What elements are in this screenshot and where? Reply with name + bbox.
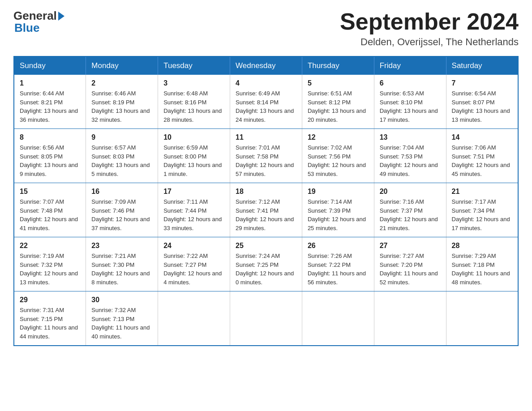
day-number: 3 — [163, 79, 224, 87]
day-number: 10 — [163, 133, 224, 141]
calendar-cell: 17 Sunrise: 7:11 AM Sunset: 7:44 PM Dayl… — [158, 183, 230, 237]
calendar-cell: 5 Sunrise: 6:51 AM Sunset: 8:12 PM Dayli… — [302, 75, 374, 129]
calendar-cell: 4 Sunrise: 6:49 AM Sunset: 8:14 PM Dayli… — [230, 75, 302, 129]
calendar-cell: 21 Sunrise: 7:17 AM Sunset: 7:34 PM Dayl… — [446, 183, 518, 237]
page-header: General Blue September 2024 Delden, Over… — [13, 9, 519, 48]
day-info: Sunrise: 7:11 AM Sunset: 7:44 PM Dayligh… — [163, 197, 224, 232]
day-number: 28 — [452, 242, 512, 250]
logo-blue-text: Blue — [14, 21, 39, 34]
day-info: Sunrise: 6:46 AM Sunset: 8:19 PM Dayligh… — [91, 89, 152, 124]
day-info: Sunrise: 7:32 AM Sunset: 7:13 PM Dayligh… — [91, 306, 152, 341]
calendar-cell: 1 Sunrise: 6:44 AM Sunset: 8:21 PM Dayli… — [14, 75, 86, 129]
day-number: 18 — [236, 188, 296, 196]
day-info: Sunrise: 6:59 AM Sunset: 8:00 PM Dayligh… — [163, 143, 224, 178]
day-info: Sunrise: 7:27 AM Sunset: 7:20 PM Dayligh… — [380, 252, 441, 287]
calendar-week-row: 29 Sunrise: 7:31 AM Sunset: 7:15 PM Dayl… — [14, 291, 518, 346]
calendar-cell — [302, 291, 374, 346]
day-info: Sunrise: 7:09 AM Sunset: 7:46 PM Dayligh… — [91, 197, 152, 232]
day-number: 12 — [308, 133, 369, 141]
calendar-cell: 2 Sunrise: 6:46 AM Sunset: 8:19 PM Dayli… — [86, 75, 158, 129]
day-number: 16 — [91, 188, 152, 196]
calendar-title: September 2024 — [340, 9, 519, 34]
day-info: Sunrise: 7:29 AM Sunset: 7:18 PM Dayligh… — [452, 252, 512, 287]
day-info: Sunrise: 7:14 AM Sunset: 7:39 PM Dayligh… — [308, 197, 369, 232]
day-info: Sunrise: 6:56 AM Sunset: 8:05 PM Dayligh… — [20, 143, 80, 178]
calendar-week-row: 1 Sunrise: 6:44 AM Sunset: 8:21 PM Dayli… — [14, 75, 518, 129]
logo-triangle-icon — [58, 12, 64, 21]
calendar-cell: 24 Sunrise: 7:22 AM Sunset: 7:27 PM Dayl… — [158, 237, 230, 291]
day-info: Sunrise: 7:17 AM Sunset: 7:34 PM Dayligh… — [452, 197, 512, 232]
day-number: 14 — [452, 133, 512, 141]
calendar-week-row: 8 Sunrise: 6:56 AM Sunset: 8:05 PM Dayli… — [14, 129, 518, 183]
day-info: Sunrise: 7:24 AM Sunset: 7:25 PM Dayligh… — [236, 252, 296, 287]
day-number: 7 — [452, 79, 512, 87]
day-info: Sunrise: 7:07 AM Sunset: 7:48 PM Dayligh… — [20, 197, 80, 232]
calendar-cell: 27 Sunrise: 7:27 AM Sunset: 7:20 PM Dayl… — [374, 237, 446, 291]
calendar-cell: 6 Sunrise: 6:53 AM Sunset: 8:10 PM Dayli… — [374, 75, 446, 129]
column-header-friday: Friday — [374, 56, 446, 75]
day-number: 29 — [20, 296, 80, 304]
day-number: 30 — [91, 296, 152, 304]
column-header-saturday: Saturday — [446, 56, 518, 75]
logo: General Blue — [13, 9, 66, 35]
day-number: 23 — [91, 242, 152, 250]
day-number: 27 — [380, 242, 441, 250]
calendar-subtitle: Delden, Overijssel, The Netherlands — [340, 36, 519, 48]
calendar-cell: 15 Sunrise: 7:07 AM Sunset: 7:48 PM Dayl… — [14, 183, 86, 237]
calendar-cell: 12 Sunrise: 7:02 AM Sunset: 7:56 PM Dayl… — [302, 129, 374, 183]
calendar-cell: 29 Sunrise: 7:31 AM Sunset: 7:15 PM Dayl… — [14, 291, 86, 346]
title-area: September 2024 Delden, Overijssel, The N… — [340, 9, 519, 48]
calendar-cell: 18 Sunrise: 7:12 AM Sunset: 7:41 PM Dayl… — [230, 183, 302, 237]
calendar-cell: 28 Sunrise: 7:29 AM Sunset: 7:18 PM Dayl… — [446, 237, 518, 291]
calendar-cell: 26 Sunrise: 7:26 AM Sunset: 7:22 PM Dayl… — [302, 237, 374, 291]
calendar-week-row: 22 Sunrise: 7:19 AM Sunset: 7:32 PM Dayl… — [14, 237, 518, 291]
day-info: Sunrise: 7:04 AM Sunset: 7:53 PM Dayligh… — [380, 143, 441, 178]
day-number: 4 — [236, 79, 296, 87]
day-info: Sunrise: 7:22 AM Sunset: 7:27 PM Dayligh… — [163, 252, 224, 287]
day-info: Sunrise: 7:01 AM Sunset: 7:58 PM Dayligh… — [236, 143, 296, 178]
day-number: 17 — [163, 188, 224, 196]
calendar-cell: 3 Sunrise: 6:48 AM Sunset: 8:16 PM Dayli… — [158, 75, 230, 129]
calendar-cell — [446, 291, 518, 346]
day-number: 13 — [380, 133, 441, 141]
day-number: 19 — [308, 188, 369, 196]
calendar-cell: 9 Sunrise: 6:57 AM Sunset: 8:03 PM Dayli… — [86, 129, 158, 183]
calendar-cell: 13 Sunrise: 7:04 AM Sunset: 7:53 PM Dayl… — [374, 129, 446, 183]
column-header-monday: Monday — [86, 56, 158, 75]
day-info: Sunrise: 7:12 AM Sunset: 7:41 PM Dayligh… — [236, 197, 296, 232]
day-info: Sunrise: 6:54 AM Sunset: 8:07 PM Dayligh… — [452, 89, 512, 124]
calendar-cell: 25 Sunrise: 7:24 AM Sunset: 7:25 PM Dayl… — [230, 237, 302, 291]
column-header-thursday: Thursday — [302, 56, 374, 75]
day-info: Sunrise: 6:48 AM Sunset: 8:16 PM Dayligh… — [163, 89, 224, 124]
column-header-tuesday: Tuesday — [158, 56, 230, 75]
day-number: 9 — [91, 133, 152, 141]
day-info: Sunrise: 6:44 AM Sunset: 8:21 PM Dayligh… — [20, 89, 80, 124]
day-number: 22 — [20, 242, 80, 250]
calendar-cell: 7 Sunrise: 6:54 AM Sunset: 8:07 PM Dayli… — [446, 75, 518, 129]
calendar-cell: 19 Sunrise: 7:14 AM Sunset: 7:39 PM Dayl… — [302, 183, 374, 237]
day-info: Sunrise: 7:31 AM Sunset: 7:15 PM Dayligh… — [20, 306, 80, 341]
day-number: 15 — [20, 188, 80, 196]
calendar-cell: 10 Sunrise: 6:59 AM Sunset: 8:00 PM Dayl… — [158, 129, 230, 183]
day-info: Sunrise: 7:21 AM Sunset: 7:30 PM Dayligh… — [91, 252, 152, 287]
day-number: 8 — [20, 133, 80, 141]
day-number: 1 — [20, 79, 80, 87]
day-number: 24 — [163, 242, 224, 250]
day-number: 21 — [452, 188, 512, 196]
calendar-table: SundayMondayTuesdayWednesdayThursdayFrid… — [13, 56, 519, 346]
day-number: 6 — [380, 79, 441, 87]
calendar-cell: 30 Sunrise: 7:32 AM Sunset: 7:13 PM Dayl… — [86, 291, 158, 346]
calendar-header-row: SundayMondayTuesdayWednesdayThursdayFrid… — [14, 56, 518, 75]
calendar-cell — [374, 291, 446, 346]
calendar-cell: 16 Sunrise: 7:09 AM Sunset: 7:46 PM Dayl… — [86, 183, 158, 237]
day-number: 25 — [236, 242, 296, 250]
calendar-cell: 23 Sunrise: 7:21 AM Sunset: 7:30 PM Dayl… — [86, 237, 158, 291]
day-info: Sunrise: 7:06 AM Sunset: 7:51 PM Dayligh… — [452, 143, 512, 178]
calendar-cell: 11 Sunrise: 7:01 AM Sunset: 7:58 PM Dayl… — [230, 129, 302, 183]
day-info: Sunrise: 7:16 AM Sunset: 7:37 PM Dayligh… — [380, 197, 441, 232]
day-info: Sunrise: 7:26 AM Sunset: 7:22 PM Dayligh… — [308, 252, 369, 287]
day-info: Sunrise: 6:49 AM Sunset: 8:14 PM Dayligh… — [236, 89, 296, 124]
day-number: 11 — [236, 133, 296, 141]
day-info: Sunrise: 7:19 AM Sunset: 7:32 PM Dayligh… — [20, 252, 80, 287]
day-number: 2 — [91, 79, 152, 87]
